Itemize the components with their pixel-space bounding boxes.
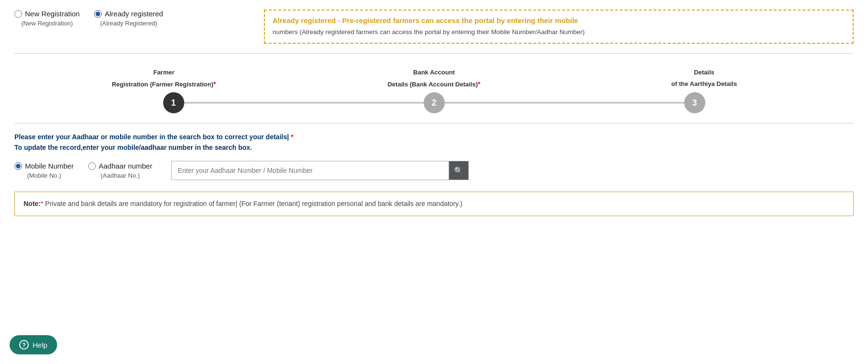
mobile-number-label: Mobile Number (25, 162, 74, 170)
info-box-title: Already registered - Pre-registered farm… (273, 16, 845, 24)
search-icon: 🔍 (454, 166, 464, 175)
instruction-line1: Please enter your Aadhaar or mobile numb… (14, 133, 854, 141)
already-registered-label: Already registered (105, 10, 163, 18)
step1-asterisk: * (214, 80, 216, 88)
step3-circle: 3 (684, 92, 705, 113)
radio-options: New Registration (New Registration) Alre… (14, 10, 245, 27)
step3-label-top: Details (569, 68, 839, 77)
aadhaar-number-sublabel: (Aadhaar No.) (101, 172, 140, 179)
aadhaar-number-option[interactable]: Aadhaar number (Aadhaar No.) (88, 162, 153, 179)
aadhaar-number-radio[interactable] (88, 162, 96, 170)
info-box: Already registered - Pre-registered farm… (264, 10, 854, 44)
step-line-row: 1 2 3 (14, 92, 854, 113)
new-registration-option[interactable]: New Registration (New Registration) (14, 10, 80, 27)
note-body: Private and bank details are mandatory f… (43, 200, 462, 207)
instruction-line2: To update the record,enter your mobile/a… (14, 144, 854, 151)
step1-label-sub: Registration (Farmer Registration)* (29, 80, 299, 89)
already-registered-radio[interactable] (94, 10, 102, 18)
step2-label-sub: Details (Bank Account Details)* (299, 80, 569, 89)
note-label: Note: (24, 200, 41, 207)
search-button[interactable]: 🔍 (449, 161, 469, 180)
note-section: Note:* Private and bank details are mand… (14, 192, 854, 216)
already-registered-sublabel: (Already Registered) (100, 20, 157, 27)
step3-label-sub: of the Aarthiya Details (569, 80, 839, 88)
new-registration-sublabel: (New Registration) (21, 20, 73, 27)
step1-label-top: Farmer (29, 68, 299, 77)
search-options: Mobile Number (Mobile No.) Aadhaar numbe… (14, 162, 152, 179)
mobile-number-option[interactable]: Mobile Number (Mobile No.) (14, 162, 74, 179)
aadhaar-number-label: Aadhaar number (99, 162, 153, 170)
steps-section: Farmer Registration (Farmer Registration… (14, 63, 854, 123)
step1-circle: 1 (163, 92, 184, 113)
new-registration-label: New Registration (25, 10, 80, 18)
step2-asterisk: * (478, 80, 480, 88)
info-box-body: numbers (Already registered farmers can … (273, 27, 845, 37)
instructions-section: Please enter your Aadhaar or mobile numb… (14, 133, 854, 151)
mobile-number-radio[interactable] (14, 162, 22, 170)
new-registration-radio[interactable] (14, 10, 22, 18)
already-registered-option[interactable]: Already registered (Already Registered) (94, 10, 163, 27)
step2-circle: 2 (424, 92, 445, 113)
search-section: Mobile Number (Mobile No.) Aadhaar numbe… (14, 161, 854, 180)
note-text: Note:* Private and bank details are mand… (24, 200, 463, 207)
mobile-number-sublabel: (Mobile No.) (27, 172, 61, 179)
step2-label-top: Bank Account (299, 68, 569, 77)
search-input-area: 🔍 (171, 161, 469, 180)
search-input[interactable] (171, 161, 449, 180)
instruction-asterisk: * (291, 133, 293, 141)
registration-type-section: New Registration (New Registration) Alre… (14, 10, 854, 54)
